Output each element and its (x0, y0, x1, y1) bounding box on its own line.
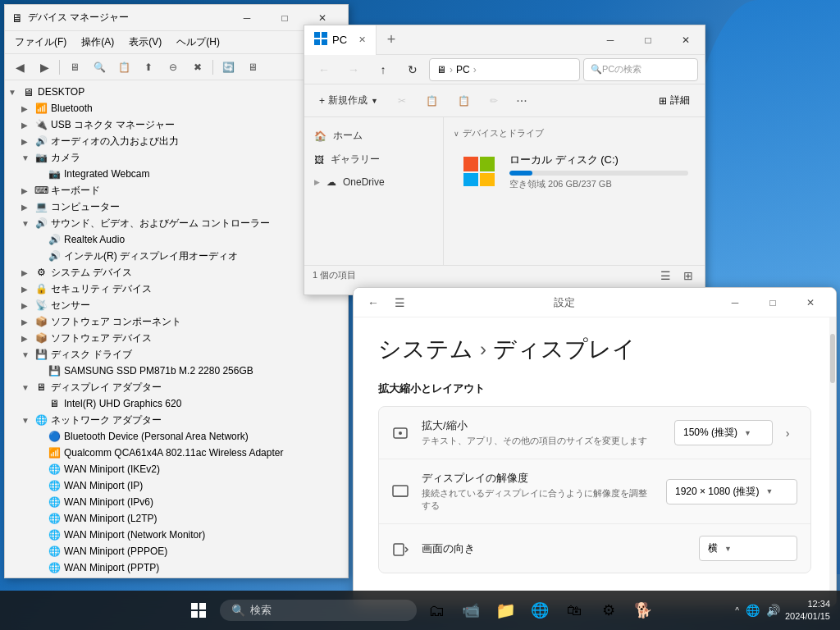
tray-volume[interactable]: 🔊 (766, 604, 780, 617)
tree-item-intel-uhd[interactable]: ▶ 🖥 Intel(R) UHD Graphics 620 (5, 395, 348, 412)
minimize-button[interactable]: ─ (228, 5, 266, 31)
taskbar-store[interactable]: 🛍 (559, 596, 589, 625)
tree-item-webcam[interactable]: ▶ 📷 Integrated Webcam (5, 166, 348, 182)
tree-item-sensor[interactable]: ▶ 📡 センサー (5, 297, 348, 313)
new-icon: + (319, 95, 325, 107)
tree-root[interactable]: ▼ 🖥 DESKTOP (5, 84, 348, 100)
menu-help[interactable]: ヘルプ(H) (170, 34, 226, 51)
tree-item-wan-pptp[interactable]: ▶ 🌐 WAN Miniport (PPTP) (5, 559, 348, 576)
tray-network[interactable]: 🌐 (746, 604, 760, 617)
pc-up[interactable]: ↑ (370, 57, 396, 83)
paste-button[interactable]: 📋 (450, 89, 478, 113)
copy-button[interactable]: 📋 (418, 89, 446, 113)
pc-close[interactable]: ✕ (667, 27, 705, 53)
tree-item-sound[interactable]: ▼ 🔊 サウンド、ビデオ、およびゲーム コントローラー (5, 215, 348, 231)
tree-item-usb[interactable]: ▶ 🔌 USB コネクタ マネージャー (5, 116, 348, 133)
orientation-dropdown[interactable]: 横 ▼ (699, 536, 797, 561)
resolution-dropdown[interactable]: 1920 × 1080 (推奨) ▼ (666, 479, 797, 504)
settings-close[interactable]: ✕ (792, 288, 829, 317)
display-button[interactable]: 🖥 (241, 57, 264, 78)
tree-item-computer[interactable]: ▶ 💻 コンピューター (5, 199, 348, 215)
pc-search[interactable]: 🔍 PCの検索 (583, 58, 698, 81)
back-button[interactable]: ◀ (8, 57, 31, 78)
tree-item-wan-l2tp[interactable]: ▶ 🌐 WAN Miniport (L2TP) (5, 510, 348, 527)
tree-item-audio-io[interactable]: ▶ 🔊 オーディオの入力および出力 (5, 133, 348, 149)
taskbar-search[interactable]: 🔍 検索 (220, 600, 417, 621)
tree-item-bt-network[interactable]: ▶ 🔵 Bluetooth Device (Personal Area Netw… (5, 428, 348, 445)
sidebar-onedrive[interactable]: ▶ ☁ OneDrive (304, 171, 443, 193)
new-button[interactable]: + 新規作成 ▼ (311, 89, 386, 113)
more-options[interactable]: ··· (509, 89, 534, 113)
settings-hamburger[interactable]: ☰ (386, 290, 413, 316)
sidebar-gallery[interactable]: 🖼 ギャラリー (304, 148, 443, 171)
computer-icon-btn[interactable]: 🖥 (63, 57, 86, 78)
tab-add-button[interactable]: + (377, 25, 406, 55)
grid-view-btn[interactable]: ⊞ (680, 267, 696, 284)
forward-button[interactable]: ▶ (33, 57, 56, 78)
tree-item-wan-ip[interactable]: ▶ 🌐 WAN Miniport (IP) (5, 477, 348, 494)
cut-button[interactable]: ✂ (390, 89, 414, 113)
tree-item-wan-netmon[interactable]: ▶ 🌐 WAN Miniport (Network Monitor) (5, 527, 348, 543)
tree-item-network[interactable]: ▼ 🌐 ネットワーク アダプター (5, 412, 348, 428)
pc-refresh[interactable]: ↻ (399, 57, 426, 83)
taskbar-edge[interactable]: 🌐 (525, 596, 555, 625)
address-bar[interactable]: 🖥 › PC › (429, 58, 580, 81)
detail-button[interactable]: ⊞ 詳細 (651, 90, 698, 111)
taskbar-video[interactable]: 📹 (456, 596, 486, 625)
settings-minimize[interactable]: ─ (716, 288, 754, 317)
maximize-button[interactable]: □ (266, 5, 304, 31)
tree-item-samsung[interactable]: ▶ 💾 SAMSUNG SSD PM871b M.2 2280 256GB (5, 363, 348, 379)
taskbar-settings[interactable]: ⚙ (594, 596, 623, 625)
tree-item-keyboard[interactable]: ▶ ⌨ キーボード (5, 182, 348, 199)
tree-item-sw-component[interactable]: ▶ 📦 ソフトウェア コンポーネント (5, 313, 348, 330)
menu-file[interactable]: ファイル(F) (8, 34, 73, 51)
pc-toolbar: ← → ↑ ↻ 🖥 › PC › 🔍 PCの検索 (304, 55, 705, 84)
properties-button[interactable]: 📋 (112, 57, 135, 78)
pc-minimize[interactable]: ─ (591, 27, 629, 53)
start-button[interactable] (182, 594, 215, 627)
new-label: 新規作成 (328, 94, 368, 107)
tree-item-system[interactable]: ▶ ⚙ システム デバイス (5, 264, 348, 281)
settings-back[interactable]: ← (360, 290, 386, 316)
rename-button[interactable]: ✏ (482, 89, 506, 113)
tree-item-qualcomm[interactable]: ▶ 📶 Qualcomm QCA61x4A 802.11ac Wireless … (5, 445, 348, 461)
menu-view[interactable]: 表示(V) (122, 34, 168, 51)
pc-forward[interactable]: → (340, 57, 367, 83)
tree-item-camera[interactable]: ▼ 📷 カメラ (5, 149, 348, 166)
pc-maximize[interactable]: □ (629, 27, 667, 53)
tree-item-realtek[interactable]: ▶ 🔊 Realtek Audio (5, 231, 348, 248)
menu-action[interactable]: 操作(A) (75, 34, 121, 51)
update-driver-button[interactable]: ⬆ (137, 57, 160, 78)
tray-chevron[interactable]: ^ (735, 606, 739, 615)
tab-pc[interactable]: PC ✕ (304, 25, 377, 55)
tree-label-audio-io: オーディオの入力および出力 (51, 135, 179, 148)
tree-item-bluetooth[interactable]: ▶ 📶 Bluetooth (5, 100, 348, 116)
sidebar-home[interactable]: 🏠 ホーム (304, 124, 443, 148)
tree-item-display-adapter[interactable]: ▼ 🖥 ディスプレイ アダプター (5, 379, 348, 395)
search-button[interactable]: 🔍 (88, 57, 111, 78)
uninstall-button[interactable]: ✖ (186, 57, 209, 78)
tree-item-wan-ipv6[interactable]: ▶ 🌐 WAN Miniport (IPv6) (5, 494, 348, 510)
tree-item-sw-device[interactable]: ▶ 📦 ソフトウェア デバイス (5, 330, 348, 346)
pc-back[interactable]: ← (311, 57, 337, 83)
drive-c[interactable]: ローカル ディスク (C:) 空き領域 206 GB/237 GB (454, 146, 695, 197)
scrollbar-thumb[interactable] (830, 334, 835, 383)
tree-item-intel-audio[interactable]: ▶ 🔊 インテル(R) ディスプレイ用オーディオ (5, 248, 348, 264)
list-view-btn[interactable]: ☰ (657, 267, 673, 284)
tree-item-wan-ikev2[interactable]: ▶ 🌐 WAN Miniport (IKEv2) (5, 461, 348, 477)
taskbar-file-explorer[interactable]: 🗂 (422, 596, 451, 625)
settings-maximize[interactable]: □ (754, 288, 792, 317)
scan-button[interactable]: 🔄 (217, 57, 240, 78)
settings-scrollbar[interactable] (829, 317, 836, 607)
tree-item-security[interactable]: ▶ 🔒 セキュリティ デバイス (5, 281, 348, 297)
scale-dropdown[interactable]: 150% (推奨) ▼ (674, 420, 773, 445)
tree-item-disk[interactable]: ▼ 💾 ディスク ドライブ (5, 346, 348, 363)
disable-button[interactable]: ⊖ (162, 57, 185, 78)
taskbar-folder[interactable]: 📁 (491, 596, 520, 625)
computer-expand: ▶ (21, 203, 34, 212)
scale-arrow[interactable]: › (778, 423, 797, 443)
system-clock[interactable]: 12:34 2024/01/15 (785, 598, 830, 623)
tree-item-wan-pppoe[interactable]: ▶ 🌐 WAN Miniport (PPPOE) (5, 543, 348, 559)
taskbar-extra[interactable]: 🐕 (628, 596, 658, 625)
pc-tab-close[interactable]: ✕ (358, 34, 366, 45)
